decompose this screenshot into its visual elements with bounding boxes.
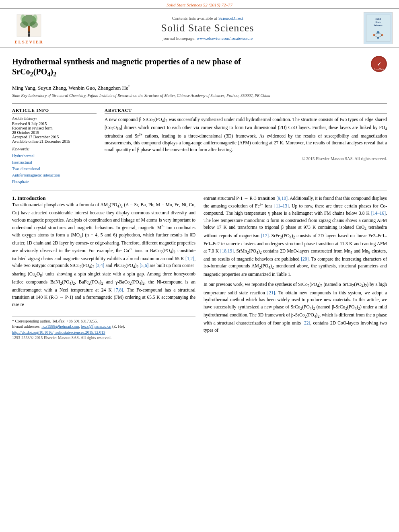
footnote-star: * Corresponding author. Tel./fax: +86 59… bbox=[12, 319, 195, 323]
email-2-link[interactable]: hezz@fjirsm.ac.cn bbox=[81, 324, 111, 329]
ref-14-16[interactable]: [14–16] bbox=[371, 211, 386, 216]
author-star: * bbox=[128, 85, 130, 88]
crossmark-badge[interactable]: ✓ CrossMark bbox=[371, 56, 387, 72]
received-date: Received 9 July 2015 bbox=[12, 121, 97, 126]
sciencedirect-link[interactable]: ScienceDirect bbox=[218, 16, 243, 21]
elsevier-label: ELSEVIER bbox=[14, 39, 43, 44]
intro-paragraph-1: Transition-metal phosphates with a formu… bbox=[12, 201, 195, 308]
body-left-col: 1. Introduction Transition-metal phospha… bbox=[12, 195, 195, 340]
svg-point-2 bbox=[20, 21, 28, 28]
ref-7-8[interactable]: [7,8] bbox=[114, 288, 123, 292]
ref-1-2[interactable]: [1,2] bbox=[185, 256, 194, 261]
intro-paragraph-right-2: In our previous work, we reported the sy… bbox=[204, 281, 387, 334]
journal-homepage: journal homepage: www.elsevier.com/locat… bbox=[57, 36, 358, 41]
keyword-5[interactable]: Phosphate bbox=[12, 179, 97, 185]
keyword-2[interactable]: Isostructural bbox=[12, 159, 97, 166]
article-title-section: Hydrothermal synthesis and magnetic prop… bbox=[12, 56, 387, 82]
keyword-3[interactable]: Two-dimensional bbox=[12, 166, 97, 172]
svg-point-15 bbox=[373, 34, 375, 36]
ref-3-4[interactable]: [3,4] bbox=[95, 263, 104, 268]
phase-text: phase bbox=[376, 312, 387, 317]
title-text-area: Hydrothermal synthesis and magnetic prop… bbox=[12, 56, 367, 82]
header-section: ELSEVIER Contents lists available at Sci… bbox=[0, 8, 399, 48]
article-content: Hydrothermal synthesis and magnetic prop… bbox=[0, 48, 399, 348]
ref-21[interactable]: [21] bbox=[267, 290, 275, 295]
accepted-date: Accepted 17 December 2015 bbox=[12, 135, 97, 139]
journal-thumbnail: Solid State Sciences bbox=[362, 12, 394, 44]
abstract-text: A new compound β-SrCo2(PO4)2 was success… bbox=[105, 116, 387, 153]
svg-point-14 bbox=[377, 31, 380, 34]
svg-text:✓: ✓ bbox=[377, 61, 381, 67]
abstract-heading: ABSTRACT bbox=[105, 108, 387, 114]
issn-line: 1293-2558/© 2015 Elsevier Masson SAS. Al… bbox=[12, 335, 195, 340]
svg-point-16 bbox=[381, 34, 383, 36]
ref-18-19[interactable]: [18,19] bbox=[220, 249, 234, 253]
elsevier-tree-icon bbox=[13, 12, 45, 39]
article-history-label: Article history: bbox=[12, 116, 97, 121]
article-info-heading: ARTICLE INFO bbox=[12, 108, 97, 114]
email-1-link[interactable]: hcz1988@hotmail.com bbox=[41, 324, 79, 329]
affiliation: State Key Laboratory of Structural Chemi… bbox=[12, 93, 387, 99]
journal-bar: Solid State Sciences 52 (2016) 72–77 bbox=[0, 0, 399, 8]
svg-point-5 bbox=[21, 14, 25, 23]
elsevier-logo: ELSEVIER bbox=[13, 12, 45, 44]
svg-text:Solid: Solid bbox=[375, 18, 381, 20]
abstract-col: ABSTRACT A new compound β-SrCo2(PO4)2 wa… bbox=[105, 108, 387, 185]
svg-text:Sciences: Sciences bbox=[374, 24, 383, 27]
journal-cover-thumbnail: Solid State Sciences bbox=[364, 12, 393, 44]
intro-paragraph-right-1: entrant structural P-1 → R-3 transition … bbox=[204, 195, 387, 278]
ref-17[interactable]: [17] bbox=[261, 233, 269, 238]
svg-text:State: State bbox=[375, 21, 380, 23]
article-title-line2: SrCo2(PO4)2 bbox=[12, 67, 367, 78]
journal-citation: Solid State Sciences 52 (2016) 72–77 bbox=[167, 2, 232, 7]
svg-text:CrossMark: CrossMark bbox=[374, 68, 384, 70]
body-right-col: entrant structural P-1 → R-3 transition … bbox=[204, 195, 387, 340]
svg-point-6 bbox=[33, 14, 37, 23]
article-title-line1: Hydrothermal synthesis and magnetic prop… bbox=[12, 56, 367, 67]
journal-title: Solid State Sciences bbox=[57, 22, 358, 34]
svg-point-3 bbox=[30, 21, 38, 28]
footnote-email: E-mail addresses: hcz1988@hotmail.com, h… bbox=[12, 324, 195, 329]
intro-heading: 1. Introduction bbox=[12, 195, 195, 201]
keyword-4[interactable]: Antiferromagnetic interaction bbox=[12, 172, 97, 179]
ref-22[interactable]: [22] bbox=[302, 320, 310, 325]
ref-20[interactable]: [20] bbox=[301, 257, 309, 261]
svg-point-17 bbox=[377, 37, 379, 39]
article-info-abstract-section: ARTICLE INFO Article history: Received 9… bbox=[12, 103, 387, 185]
body-section: 1. Introduction Transition-metal phospha… bbox=[12, 191, 387, 340]
svg-rect-8 bbox=[28, 34, 30, 37]
elsevier-logo-area: ELSEVIER bbox=[5, 12, 53, 44]
header-center: Contents lists available at ScienceDirec… bbox=[57, 16, 358, 41]
revised-date: 28 October 2015 bbox=[12, 130, 97, 135]
page-container: Solid State Sciences 52 (2016) 72–77 bbox=[0, 0, 399, 348]
keyword-1[interactable]: Hydrothermal bbox=[12, 153, 97, 159]
revised-label: Received in revised form bbox=[12, 126, 97, 130]
article-info-col: ARTICLE INFO Article history: Received 9… bbox=[12, 108, 97, 185]
contents-available: Contents lists available at ScienceDirec… bbox=[57, 16, 358, 21]
doi-link[interactable]: http://dx.doi.org/10.1016/j.solidstatesc… bbox=[12, 330, 195, 335]
authors-line: Ming Yang, Suyun Zhang, Wenbin Guo, Zhan… bbox=[12, 85, 387, 91]
copyright-line: © 2015 Elsevier Masson SAS. All rights r… bbox=[105, 156, 387, 161]
homepage-link[interactable]: www.elsevier.com/locate/ssscie bbox=[197, 36, 253, 41]
svg-point-7 bbox=[28, 31, 30, 34]
available-date: Available online 21 December 2015 bbox=[12, 139, 97, 144]
keywords-heading: Keywords: bbox=[12, 147, 97, 151]
ref-5-6[interactable]: [5,6] bbox=[140, 263, 148, 268]
ref-9-10[interactable]: [9,10] bbox=[276, 196, 288, 201]
footnote-section: * Corresponding author. Tel./fax: +86 59… bbox=[12, 316, 195, 340]
ref-11-13[interactable]: [11–13] bbox=[274, 203, 289, 208]
